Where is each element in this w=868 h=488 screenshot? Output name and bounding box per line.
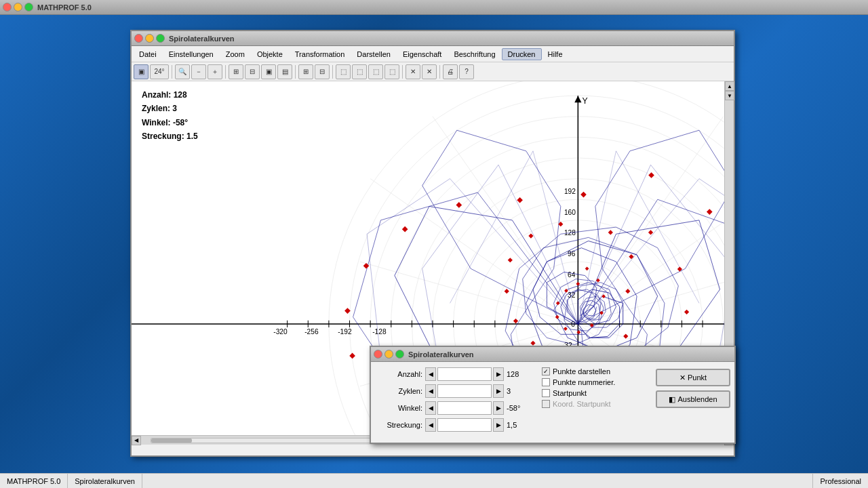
tool-select[interactable]: ▣ <box>134 64 149 79</box>
svg-text:-320: -320 <box>273 328 288 336</box>
param-row-zyklen: Zyklen: ◀ ▶ 3 <box>375 384 536 398</box>
tool-help[interactable]: ? <box>459 64 474 79</box>
checkbox-punkte-nummerier[interactable] <box>542 378 550 386</box>
menu-objekte[interactable]: Objekte <box>251 48 289 60</box>
toolbar: ▣ 24° 🔍 － ＋ ⊞ ⊟ ▣ ▤ ⊞ ⊟ ⬚ ⬚ ⬚ ⬚ ✕ ✕ 🖨 ? <box>132 62 734 81</box>
checkbox-koord-startpunkt[interactable] <box>542 400 550 408</box>
tool-flip-h[interactable]: ⬚ <box>352 64 367 79</box>
window-maximize-button[interactable] <box>156 34 165 43</box>
scroll-thumb[interactable] <box>151 439 192 443</box>
dialog-maximize-button[interactable] <box>395 350 404 359</box>
slider-right-streckung[interactable]: ▶ <box>493 418 504 432</box>
menu-darstellen[interactable]: Darstellen <box>351 48 397 60</box>
status-appname-text: MATHPROF 5.0 <box>7 477 60 485</box>
dialog-title: Spirolateralkurven <box>408 350 474 359</box>
param-row-anzahl: Anzahl: ◀ ▶ 128 <box>375 367 536 381</box>
ausblenden-icon: ◧ <box>669 395 675 404</box>
svg-text:192: 192 <box>564 188 576 195</box>
checkbox-row-punkte-darstellen[interactable]: ✓ Punkte darstellen <box>542 367 650 375</box>
track-winkel[interactable] <box>437 401 492 415</box>
param-value-winkel: -58° <box>507 404 530 412</box>
ausblenden-button[interactable]: ◧ Ausblenden <box>656 390 730 408</box>
scroll-up-button[interactable]: ▲ <box>725 81 734 91</box>
tool-grid2[interactable]: ⊟ <box>315 64 330 79</box>
menu-einstellungen[interactable]: Einstellungen <box>163 48 220 60</box>
param-row-streckung: Streckung: ◀ ▶ 1,5 <box>375 418 536 432</box>
slider-left-anzahl[interactable]: ◀ <box>425 367 436 381</box>
window-controls[interactable] <box>134 34 165 43</box>
tool-box2[interactable]: ▤ <box>277 64 292 79</box>
window-close-button[interactable] <box>134 34 143 43</box>
menu-beschriftung[interactable]: Beschriftung <box>448 48 501 60</box>
params-section: Anzahl: ◀ ▶ 128 Zyklen: ◀ ▶ 3 <box>375 367 536 435</box>
track-zyklen[interactable] <box>437 384 492 398</box>
dialog-close-button[interactable] <box>374 350 382 359</box>
svg-text:-192: -192 <box>338 328 352 336</box>
tool-degrees[interactable]: 24° <box>150 64 169 79</box>
slider-right-anzahl[interactable]: ▶ <box>493 367 504 381</box>
track-streckung[interactable] <box>437 418 492 432</box>
tool-move[interactable]: ⬚ <box>368 64 383 79</box>
slider-left-zyklen[interactable]: ◀ <box>425 384 436 398</box>
checkbox-startpunkt[interactable] <box>542 389 550 397</box>
menu-eigenschaft[interactable]: Eigenschaft <box>397 48 448 60</box>
cb-label-punkte-nummerier: Punkte nummerier. <box>553 378 615 386</box>
window-minimize-button[interactable] <box>145 34 154 43</box>
tool-zoom-out[interactable]: － <box>191 64 206 79</box>
slider-right-winkel[interactable]: ▶ <box>493 401 504 415</box>
tool-print[interactable]: 🖨 <box>443 64 458 79</box>
menu-zoom[interactable]: Zoom <box>220 48 251 60</box>
menu-hilfe[interactable]: Hilfe <box>542 48 569 60</box>
tool-x2[interactable]: ✕ <box>422 64 437 79</box>
status-bar: MATHPROF 5.0 Spirolateralkurven Professi… <box>0 473 868 488</box>
param-value-anzahl: 128 <box>507 370 530 378</box>
tool-fit[interactable]: ⊟ <box>245 64 260 79</box>
menu-drucken[interactable]: Drucken <box>502 48 542 60</box>
checkbox-row-punkte-nummerier[interactable]: Punkte nummerier. <box>542 378 650 386</box>
tool-x1[interactable]: ✕ <box>406 64 420 79</box>
tool-center[interactable]: ⬚ <box>384 64 399 79</box>
checkbox-row-startpunkt[interactable]: Startpunkt <box>542 389 650 397</box>
svg-text:96: 96 <box>568 250 576 258</box>
track-anzahl[interactable] <box>437 367 492 381</box>
punkt-label: Punkt <box>688 373 707 382</box>
param-label-streckung: Streckung: <box>375 421 422 429</box>
param-row-winkel: Winkel: ◀ ▶ -58° <box>375 401 536 415</box>
dialog-minimize-button[interactable] <box>384 350 393 359</box>
app-maximize-button[interactable] <box>24 3 33 12</box>
tool-zoom-out-small[interactable]: 🔍 <box>175 64 190 79</box>
slider-left-streckung[interactable]: ◀ <box>425 418 436 432</box>
punkt-button[interactable]: ✕ Punkt <box>656 369 730 386</box>
svg-text:Y: Y <box>582 96 587 106</box>
slider-streckung: ◀ ▶ <box>425 418 504 432</box>
tool-box1[interactable]: ▣ <box>261 64 276 79</box>
slider-left-winkel[interactable]: ◀ <box>425 401 436 415</box>
main-window-titlebar: Spirolateralkurven <box>132 31 734 46</box>
status-edition-text: Professional <box>820 477 861 485</box>
app-minimize-button[interactable] <box>14 3 22 12</box>
menu-transformation[interactable]: Transformation <box>289 48 351 60</box>
info-streckung: Streckung: 1.5 <box>142 129 198 143</box>
info-winkel: Winkel: -58° <box>142 116 198 129</box>
checkbox-punkte-darstellen[interactable]: ✓ <box>542 367 550 375</box>
app-titlebar: MATHPROF 5.0 <box>0 0 868 15</box>
window-title: Spirolateralkurven <box>169 35 235 43</box>
cb-label-koord-startpunkt: Koord. Startpunkt <box>553 400 611 408</box>
scroll-down-button[interactable]: ▼ <box>725 91 734 100</box>
param-value-zyklen: 3 <box>507 387 530 395</box>
slider-right-zyklen[interactable]: ▶ <box>493 384 504 398</box>
svg-text:160: 160 <box>564 209 576 216</box>
menu-datei[interactable]: Datei <box>133 48 163 60</box>
app-close-button[interactable] <box>3 3 12 12</box>
app-window-controls[interactable] <box>3 3 33 12</box>
tool-flip-v[interactable]: ⬚ <box>336 64 351 79</box>
tool-zoom-in[interactable]: ＋ <box>208 64 222 79</box>
tool-grid1[interactable]: ⊞ <box>298 64 313 79</box>
dialog-window-controls[interactable] <box>374 350 404 359</box>
status-module-text: Spirolateralkurven <box>75 477 135 485</box>
tool-frame[interactable]: ⊞ <box>229 64 243 79</box>
param-label-winkel: Winkel: <box>375 404 422 412</box>
checkboxes-section: ✓ Punkte darstellen Punkte nummerier. St… <box>542 367 650 435</box>
scroll-left-button[interactable]: ◀ <box>132 436 141 445</box>
checkbox-row-koord-startpunkt[interactable]: Koord. Startpunkt <box>542 400 650 408</box>
